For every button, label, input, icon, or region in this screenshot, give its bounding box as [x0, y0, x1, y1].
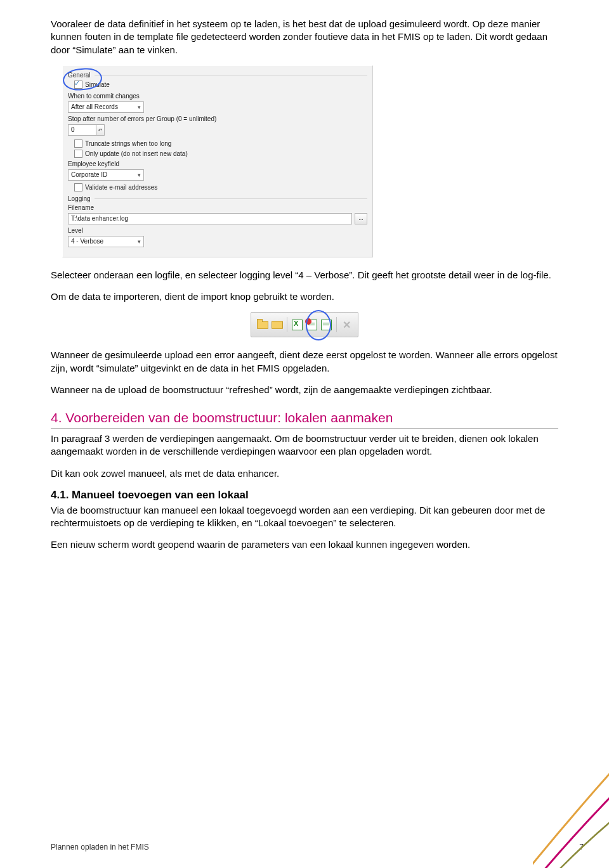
body-paragraph: Een nieuw scherm wordt geopend waarin de…	[51, 538, 558, 551]
checkbox-label: Validate e-mail addresses	[85, 184, 157, 191]
spinner-stop-after[interactable]: 0 ▴▾	[68, 124, 106, 136]
select-when-commit[interactable]: After all Records	[68, 101, 144, 113]
toolbar-separator	[287, 317, 287, 332]
label-when-commit: When to commit changes	[68, 93, 367, 100]
checkbox-icon	[74, 81, 82, 89]
screenshot-toolbar: ✕	[251, 312, 358, 337]
screenshot-general-options: General Simulate When to commit changes …	[62, 65, 373, 257]
group-header-general: General	[68, 72, 367, 79]
body-paragraph: Vooraleer de data definitief in het syst…	[51, 18, 558, 56]
page-footer: Plannen opladen in het FMIS 7	[51, 843, 584, 852]
select-emp-keyfield[interactable]: Corporate ID	[68, 169, 144, 181]
checkbox-only-update[interactable]: Only update (do not insert new data)	[74, 150, 367, 158]
import-icon[interactable]	[306, 318, 318, 331]
checkbox-label: Only update (do not insert new data)	[85, 150, 188, 157]
checkbox-icon	[74, 139, 82, 148]
checkbox-label: Truncate strings when too long	[85, 140, 171, 147]
body-paragraph: Wanneer na de upload de boomstructuur “r…	[51, 384, 558, 396]
export-icon[interactable]	[320, 318, 332, 331]
group-header-logging: Logging	[68, 195, 367, 202]
label-level: Level	[68, 227, 367, 234]
body-paragraph: Om de data te importeren, dient de impor…	[51, 290, 558, 303]
toolbar-separator	[336, 317, 337, 332]
section-heading-4: 4. Voorbereiden van de boomstructuur: lo…	[51, 410, 558, 429]
select-level[interactable]: 4 - Verbose	[68, 236, 144, 247]
checkbox-truncate[interactable]: Truncate strings when too long	[74, 139, 367, 148]
checkbox-simulate[interactable]: Simulate	[74, 81, 367, 89]
footer-title: Plannen opladen in het FMIS	[51, 843, 149, 852]
spinner-buttons-icon[interactable]: ▴▾	[96, 124, 105, 136]
checkbox-label: Simulate	[85, 81, 110, 88]
input-filename[interactable]: T:\data enhancer.log	[68, 213, 352, 224]
subsection-heading-4-1: 4.1. Manueel toevoegen van een lokaal	[51, 489, 558, 502]
checkbox-validate-email[interactable]: Validate e-mail addresses	[74, 183, 367, 191]
excel-icon[interactable]	[291, 318, 303, 331]
checkbox-icon	[74, 183, 82, 191]
label-emp-keyfield: Employee keyfield	[68, 160, 367, 167]
checkbox-icon	[74, 150, 82, 158]
body-paragraph: Via de boomstructuur kan manueel een lok…	[51, 504, 558, 530]
browse-button[interactable]: ...	[355, 213, 367, 224]
page-number: 7	[579, 843, 584, 852]
body-paragraph: In paragraaf 3 werden de verdiepingen aa…	[51, 432, 558, 458]
delete-icon[interactable]: ✕	[341, 318, 353, 331]
new-folder-icon[interactable]	[271, 318, 283, 331]
label-filename: Filename	[68, 204, 367, 211]
body-paragraph: Wanneer de gesimuleerde upload een error…	[51, 349, 558, 375]
body-paragraph: Dit kan ook zowel manueel, als met de da…	[51, 467, 558, 480]
label-stop-after: Stop after number of errors per Group (0…	[68, 115, 367, 122]
body-paragraph: Selecteer onderaan een logfile, en selec…	[51, 269, 558, 282]
open-folder-icon[interactable]	[256, 318, 268, 331]
